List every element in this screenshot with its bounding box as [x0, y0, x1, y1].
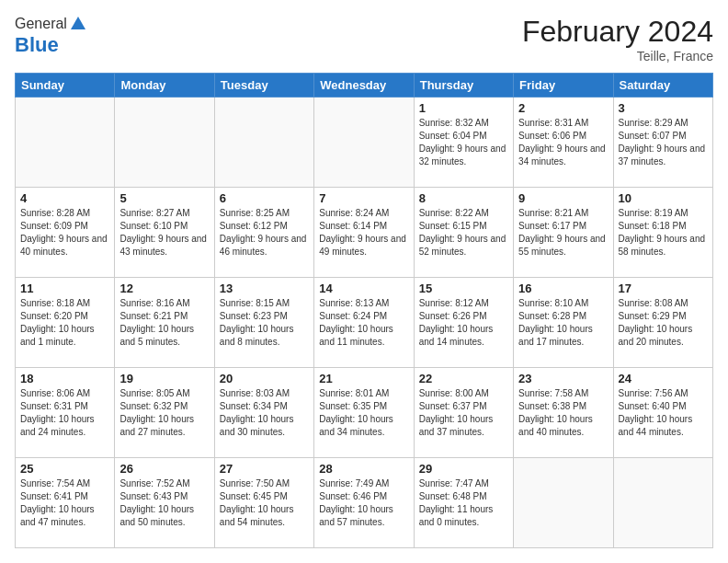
location: Teille, France — [522, 49, 713, 63]
calendar-cell: 3Sunrise: 8:29 AM Sunset: 6:07 PM Daylig… — [613, 98, 712, 188]
calendar-cell: 9Sunrise: 8:21 AM Sunset: 6:17 PM Daylig… — [514, 188, 613, 278]
header: General Blue February 2024 Teille, Franc… — [15, 15, 713, 63]
col-thursday: Thursday — [414, 74, 513, 98]
day-number: 4 — [20, 191, 109, 205]
calendar-cell: 11Sunrise: 8:18 AM Sunset: 6:20 PM Dayli… — [16, 278, 115, 368]
calendar-cell: 12Sunrise: 8:16 AM Sunset: 6:21 PM Dayli… — [115, 278, 214, 368]
day-number: 5 — [119, 191, 209, 205]
day-number: 1 — [419, 101, 508, 115]
col-friday: Friday — [514, 74, 613, 98]
day-info: Sunrise: 8:18 AM Sunset: 6:20 PM Dayligh… — [20, 297, 109, 349]
day-info: Sunrise: 8:28 AM Sunset: 6:09 PM Dayligh… — [20, 207, 109, 259]
day-info: Sunrise: 7:50 AM Sunset: 6:45 PM Dayligh… — [220, 477, 309, 529]
day-info: Sunrise: 7:54 AM Sunset: 6:41 PM Dayligh… — [20, 477, 109, 529]
day-info: Sunrise: 7:49 AM Sunset: 6:46 PM Dayligh… — [319, 477, 408, 529]
day-info: Sunrise: 8:32 AM Sunset: 6:04 PM Dayligh… — [419, 117, 508, 168]
calendar-cell: 15Sunrise: 8:12 AM Sunset: 6:26 PM Dayli… — [414, 278, 513, 368]
day-number: 10 — [619, 191, 708, 205]
day-info: Sunrise: 7:52 AM Sunset: 6:43 PM Dayligh… — [119, 477, 209, 529]
calendar-table: Sunday Monday Tuesday Wednesday Thursday… — [15, 73, 713, 548]
day-info: Sunrise: 7:56 AM Sunset: 6:40 PM Dayligh… — [619, 387, 708, 439]
day-number: 15 — [419, 282, 508, 295]
day-number: 12 — [119, 282, 209, 295]
calendar-cell: 25Sunrise: 7:54 AM Sunset: 6:41 PM Dayli… — [16, 458, 115, 548]
calendar-cell: 26Sunrise: 7:52 AM Sunset: 6:43 PM Dayli… — [115, 458, 214, 548]
calendar-cell: 1Sunrise: 8:32 AM Sunset: 6:04 PM Daylig… — [414, 98, 513, 188]
calendar-cell: 14Sunrise: 8:13 AM Sunset: 6:24 PM Dayli… — [314, 278, 414, 368]
day-info: Sunrise: 8:16 AM Sunset: 6:21 PM Dayligh… — [119, 297, 209, 349]
month-year: February 2024 — [522, 15, 713, 49]
calendar-cell: 20Sunrise: 8:03 AM Sunset: 6:34 PM Dayli… — [214, 368, 313, 458]
day-number: 6 — [220, 191, 309, 205]
logo-general-text: General — [15, 16, 67, 32]
day-number: 13 — [220, 282, 309, 295]
calendar-cell: 24Sunrise: 7:56 AM Sunset: 6:40 PM Dayli… — [613, 368, 712, 458]
day-number: 19 — [119, 372, 209, 385]
day-number: 16 — [518, 282, 608, 295]
day-info: Sunrise: 8:22 AM Sunset: 6:15 PM Dayligh… — [419, 207, 508, 259]
day-number: 22 — [419, 372, 508, 385]
day-number: 29 — [419, 462, 508, 476]
calendar-week-row: 11Sunrise: 8:18 AM Sunset: 6:20 PM Dayli… — [16, 278, 713, 368]
col-saturday: Saturday — [613, 74, 712, 98]
day-number: 23 — [518, 372, 608, 385]
day-info: Sunrise: 8:10 AM Sunset: 6:28 PM Dayligh… — [518, 297, 608, 349]
calendar-week-row: 25Sunrise: 7:54 AM Sunset: 6:41 PM Dayli… — [16, 458, 713, 548]
day-info: Sunrise: 8:12 AM Sunset: 6:26 PM Dayligh… — [419, 297, 508, 349]
logo-blue-text: Blue — [15, 33, 59, 56]
day-info: Sunrise: 7:58 AM Sunset: 6:38 PM Dayligh… — [518, 387, 608, 439]
calendar-week-row: 4Sunrise: 8:28 AM Sunset: 6:09 PM Daylig… — [16, 188, 713, 278]
day-info: Sunrise: 8:19 AM Sunset: 6:18 PM Dayligh… — [619, 207, 708, 259]
day-info: Sunrise: 8:01 AM Sunset: 6:35 PM Dayligh… — [319, 387, 408, 439]
day-number: 25 — [20, 462, 109, 476]
day-number: 7 — [319, 191, 408, 205]
calendar-cell: 13Sunrise: 8:15 AM Sunset: 6:23 PM Dayli… — [214, 278, 313, 368]
day-info: Sunrise: 7:47 AM Sunset: 6:48 PM Dayligh… — [419, 477, 508, 529]
day-number: 26 — [119, 462, 209, 476]
calendar-cell — [314, 98, 414, 188]
calendar-cell: 17Sunrise: 8:08 AM Sunset: 6:29 PM Dayli… — [613, 278, 712, 368]
calendar-cell — [16, 98, 115, 188]
calendar-header-row: Sunday Monday Tuesday Wednesday Thursday… — [16, 74, 713, 98]
calendar-cell — [613, 458, 712, 548]
calendar-cell: 8Sunrise: 8:22 AM Sunset: 6:15 PM Daylig… — [414, 188, 513, 278]
calendar-cell: 27Sunrise: 7:50 AM Sunset: 6:45 PM Dayli… — [214, 458, 313, 548]
calendar-cell: 29Sunrise: 7:47 AM Sunset: 6:48 PM Dayli… — [414, 458, 513, 548]
col-tuesday: Tuesday — [214, 74, 313, 98]
calendar-cell: 21Sunrise: 8:01 AM Sunset: 6:35 PM Dayli… — [314, 368, 414, 458]
day-info: Sunrise: 8:24 AM Sunset: 6:14 PM Dayligh… — [319, 207, 408, 259]
calendar-cell: 6Sunrise: 8:25 AM Sunset: 6:12 PM Daylig… — [214, 188, 313, 278]
calendar-cell: 4Sunrise: 8:28 AM Sunset: 6:09 PM Daylig… — [16, 188, 115, 278]
day-number: 11 — [20, 282, 109, 295]
calendar-cell: 23Sunrise: 7:58 AM Sunset: 6:38 PM Dayli… — [514, 368, 613, 458]
day-info: Sunrise: 8:06 AM Sunset: 6:31 PM Dayligh… — [20, 387, 109, 439]
calendar-cell: 5Sunrise: 8:27 AM Sunset: 6:10 PM Daylig… — [115, 188, 214, 278]
calendar-cell: 10Sunrise: 8:19 AM Sunset: 6:18 PM Dayli… — [613, 188, 712, 278]
svg-marker-0 — [71, 17, 85, 29]
col-sunday: Sunday — [16, 74, 115, 98]
day-info: Sunrise: 8:03 AM Sunset: 6:34 PM Dayligh… — [220, 387, 309, 439]
day-info: Sunrise: 8:15 AM Sunset: 6:23 PM Dayligh… — [220, 297, 309, 349]
day-number: 21 — [319, 372, 408, 385]
col-monday: Monday — [115, 74, 214, 98]
calendar-cell: 18Sunrise: 8:06 AM Sunset: 6:31 PM Dayli… — [16, 368, 115, 458]
day-number: 18 — [20, 372, 109, 385]
calendar-cell: 22Sunrise: 8:00 AM Sunset: 6:37 PM Dayli… — [414, 368, 513, 458]
calendar-cell — [514, 458, 613, 548]
calendar-cell: 28Sunrise: 7:49 AM Sunset: 6:46 PM Dayli… — [314, 458, 414, 548]
col-wednesday: Wednesday — [314, 74, 414, 98]
day-number: 9 — [518, 191, 608, 205]
day-number: 28 — [319, 462, 408, 476]
day-info: Sunrise: 8:29 AM Sunset: 6:07 PM Dayligh… — [619, 117, 708, 168]
day-info: Sunrise: 8:21 AM Sunset: 6:17 PM Dayligh… — [518, 207, 608, 259]
day-info: Sunrise: 8:31 AM Sunset: 6:06 PM Dayligh… — [518, 117, 608, 168]
calendar-cell: 2Sunrise: 8:31 AM Sunset: 6:06 PM Daylig… — [514, 98, 613, 188]
calendar-week-row: 1Sunrise: 8:32 AM Sunset: 6:04 PM Daylig… — [16, 98, 713, 188]
calendar-cell — [115, 98, 214, 188]
calendar-cell: 19Sunrise: 8:05 AM Sunset: 6:32 PM Dayli… — [115, 368, 214, 458]
calendar-cell: 7Sunrise: 8:24 AM Sunset: 6:14 PM Daylig… — [314, 188, 414, 278]
day-number: 8 — [419, 191, 508, 205]
day-number: 3 — [619, 101, 708, 115]
day-info: Sunrise: 8:00 AM Sunset: 6:37 PM Dayligh… — [419, 387, 508, 439]
day-number: 24 — [619, 372, 708, 385]
